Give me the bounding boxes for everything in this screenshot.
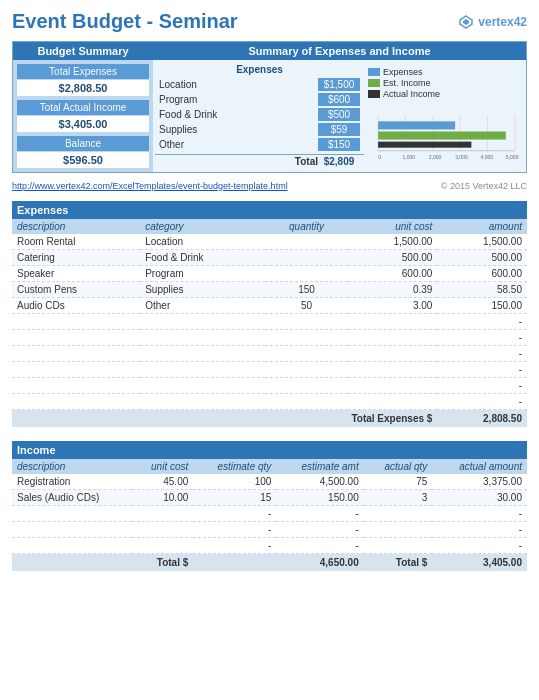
legend-expenses: Expenses <box>368 67 520 77</box>
chart-section: Expenses Est. Income Actual Income <box>364 62 524 168</box>
exp-inc-header: Summary of Expenses and Income <box>153 42 526 60</box>
legend-est-income-color <box>368 79 380 87</box>
exp-value-other: $150 <box>318 138 360 151</box>
row-category: Location <box>140 234 265 250</box>
row-unit-cost: 0.39 <box>348 282 438 298</box>
legend-est-income: Est. Income <box>368 78 520 88</box>
svg-rect-17 <box>378 142 471 148</box>
row-amount: 150.00 <box>437 298 527 314</box>
row-category: Program <box>140 266 265 282</box>
row-est-qty: 100 <box>193 474 276 490</box>
legend-actual-income: Actual Income <box>368 89 520 99</box>
expense-breakdown: Expenses Location $1,500 Program $600 Fo… <box>155 62 364 168</box>
row-unit-cost: 1,500.00 <box>348 234 438 250</box>
income-est-total-value: 4,650.00 <box>276 554 363 572</box>
exp-row-other: Other $150 <box>155 137 364 152</box>
table-row: Sales (Audio CDs) 10.00 15 150.00 3 30.0… <box>12 490 527 506</box>
income-est-total <box>193 554 276 572</box>
table-row: Registration 45.00 100 4,500.00 75 3,375… <box>12 474 527 490</box>
exp-row-location: Location $1,500 <box>155 77 364 92</box>
table-row: --- <box>12 522 527 538</box>
svg-text:5,000: 5,000 <box>506 154 519 160</box>
row-quantity: 150 <box>265 282 347 298</box>
row-est-amt: 4,500.00 <box>276 474 363 490</box>
table-row: - <box>12 314 527 330</box>
expenses-total-value: 2,808.50 <box>437 410 527 428</box>
svg-text:3,000: 3,000 <box>455 154 468 160</box>
row-act-amount: 30.00 <box>432 490 527 506</box>
row-description: Speaker <box>12 266 140 282</box>
expenses-section-header: Expenses <box>12 201 527 219</box>
row-category: Food & Drink <box>140 250 265 266</box>
table-row: --- <box>12 506 527 522</box>
col-unit-cost: unit cost <box>132 459 193 474</box>
col-actual-qty: actual qty <box>364 459 433 474</box>
col-description: description <box>12 219 140 234</box>
row-amount: 1,500.00 <box>437 234 527 250</box>
col-estimate-amt: estimate amt <box>276 459 363 474</box>
col-actual-amount: actual amount <box>432 459 527 474</box>
url-link[interactable]: http://www.vertex42.com/ExcelTemplates/e… <box>12 181 288 191</box>
exp-total-row: Total $2,809 <box>155 154 364 168</box>
exp-value-program: $600 <box>318 93 360 106</box>
row-quantity <box>265 250 347 266</box>
total-expenses-value: $2,808.50 <box>17 80 149 96</box>
row-amount: 58.50 <box>437 282 527 298</box>
exp-value-location: $1,500 <box>318 78 360 91</box>
col-unit-cost: unit cost <box>348 219 438 234</box>
exp-row-food: Food & Drink $500 <box>155 107 364 122</box>
table-row: --- <box>12 538 527 554</box>
table-row: Room Rental Location 1,500.00 1,500.00 <box>12 234 527 250</box>
legend-est-income-label: Est. Income <box>383 78 431 88</box>
svg-text:1,000: 1,000 <box>402 154 415 160</box>
expenses-col-header-row: description category quantity unit cost … <box>12 219 527 234</box>
exp-row-supplies: Supplies $59 <box>155 122 364 137</box>
total-expenses-label: Total Expenses <box>17 64 149 79</box>
legend-expenses-color <box>368 68 380 76</box>
row-quantity <box>265 234 347 250</box>
svg-text:0: 0 <box>378 154 381 160</box>
exp-value-supplies: $59 <box>318 123 360 136</box>
row-unit-cost: 600.00 <box>348 266 438 282</box>
exp-label-program: Program <box>159 94 316 105</box>
table-row: Audio CDs Other 50 3.00 150.00 <box>12 298 527 314</box>
legend-expenses-label: Expenses <box>383 67 423 77</box>
income-table: Income description unit cost estimate qt… <box>12 441 527 571</box>
balance-label: Balance <box>17 136 149 151</box>
row-description: Custom Pens <box>12 282 140 298</box>
expenses-total-row: Total Expenses $ 2,808.50 <box>12 410 527 428</box>
col-category: category <box>140 219 265 234</box>
table-row: - <box>12 394 527 410</box>
chart-legend: Expenses Est. Income Actual Income <box>368 67 520 99</box>
row-est-amt: 150.00 <box>276 490 363 506</box>
copyright: © 2015 Vertex42 LLC <box>441 181 527 191</box>
income-col-header-row: description unit cost estimate qty estim… <box>12 459 527 474</box>
row-description: Audio CDs <box>12 298 140 314</box>
row-est-qty: 15 <box>193 490 276 506</box>
exp-label-supplies: Supplies <box>159 124 316 135</box>
row-description: Catering <box>12 250 140 266</box>
url-bar: http://www.vertex42.com/ExcelTemplates/e… <box>12 179 527 193</box>
table-row: - <box>12 362 527 378</box>
row-unit-cost: 3.00 <box>348 298 438 314</box>
col-description: description <box>12 459 132 474</box>
exp-label-location: Location <box>159 79 316 90</box>
col-amount: amount <box>437 219 527 234</box>
svg-marker-1 <box>463 19 469 25</box>
expenses-income-summary: Summary of Expenses and Income Expenses … <box>153 42 526 172</box>
table-row: - <box>12 330 527 346</box>
budget-summary: Budget Summary Total Expenses $2,808.50 … <box>13 42 153 172</box>
row-act-qty: 75 <box>364 474 433 490</box>
col-quantity: quantity <box>265 219 347 234</box>
income-act-total-value: 3,405.00 <box>432 554 527 572</box>
expenses-section-header-row: Expenses <box>12 201 527 219</box>
legend-actual-income-label: Actual Income <box>383 89 440 99</box>
row-unit-cost: 500.00 <box>348 250 438 266</box>
svg-text:2,000: 2,000 <box>429 154 442 160</box>
row-act-amount: 3,375.00 <box>432 474 527 490</box>
income-act-total-label: Total $ <box>364 554 433 572</box>
exp-value-food: $500 <box>318 108 360 121</box>
expenses-total-label: Total Expenses $ <box>12 410 437 428</box>
col-estimate-qty: estimate qty <box>193 459 276 474</box>
logo: vertex42 <box>458 14 527 30</box>
